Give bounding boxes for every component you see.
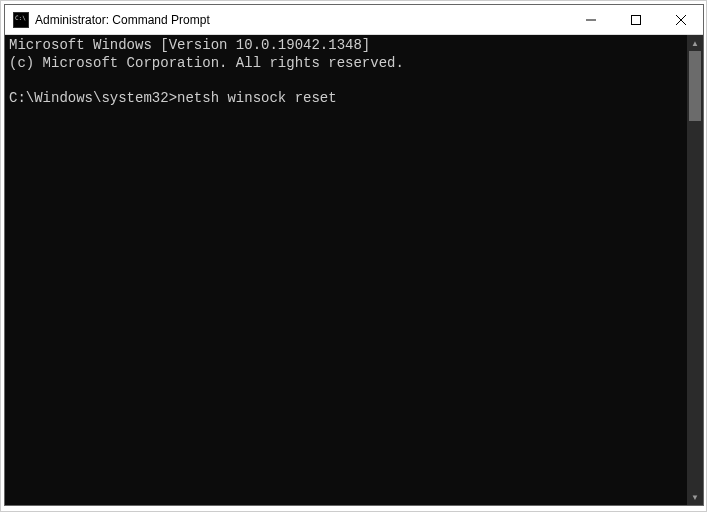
window-controls: [568, 5, 703, 34]
scroll-up-arrow-icon[interactable]: ▲: [687, 35, 703, 51]
command-prompt-window: Administrator: Command Prompt Microsoft …: [4, 4, 704, 506]
scroll-thumb[interactable]: [689, 51, 701, 121]
window-title: Administrator: Command Prompt: [35, 13, 568, 27]
vertical-scrollbar[interactable]: ▲ ▼: [687, 35, 703, 505]
scroll-down-arrow-icon[interactable]: ▼: [687, 489, 703, 505]
minimize-button[interactable]: [568, 5, 613, 34]
titlebar[interactable]: Administrator: Command Prompt: [5, 5, 703, 35]
terminal-area: Microsoft Windows [Version 10.0.19042.13…: [5, 35, 703, 505]
prompt-text: C:\Windows\system32>: [9, 90, 177, 106]
cmd-icon: [13, 12, 29, 28]
svg-rect-1: [631, 15, 640, 24]
minimize-icon: [586, 15, 596, 25]
close-icon: [676, 15, 686, 25]
terminal-output[interactable]: Microsoft Windows [Version 10.0.19042.13…: [5, 35, 687, 505]
close-button[interactable]: [658, 5, 703, 34]
maximize-icon: [631, 15, 641, 25]
maximize-button[interactable]: [613, 5, 658, 34]
version-line: Microsoft Windows [Version 10.0.19042.13…: [9, 37, 370, 53]
copyright-line: (c) Microsoft Corporation. All rights re…: [9, 55, 404, 71]
command-text: netsh winsock reset: [177, 90, 337, 106]
